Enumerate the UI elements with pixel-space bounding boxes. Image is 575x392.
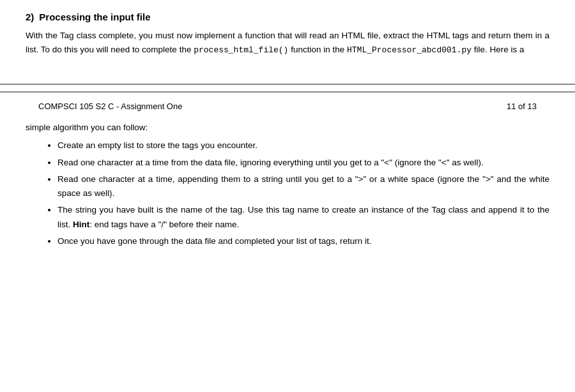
hint-label: Hint [73, 220, 89, 229]
page-bottom-section: simple algorithm you can follow: Create … [0, 117, 575, 257]
list-item-text-3: Read one character at a time, appending … [57, 174, 549, 198]
body-text-part3: file. Here is a [474, 45, 525, 54]
footer-area: COMPSCI 105 S2 C - Assignment One 11 of … [0, 93, 575, 117]
list-item-text-4-pre: The string you have built is the name of… [57, 205, 549, 229]
list-item: Once you have gone through the data file… [57, 234, 549, 248]
body-text-part2: function in the [291, 45, 344, 54]
code-function: process_html_file() [194, 45, 288, 55]
list-item-text-1: Create an empty list to store the tags y… [57, 140, 257, 150]
list-item: Read one character at a time, appending … [57, 172, 549, 201]
simple-algo-text: simple algorithm you can follow: [26, 123, 549, 132]
page-divider [0, 84, 575, 93]
list-item: The string you have built is the name of… [57, 203, 549, 232]
footer-page-number: 11 of 13 [507, 102, 537, 111]
list-item-text-2: Read one character at a time from the da… [57, 158, 484, 167]
body-text-paragraph: With the Tag class complete, you must no… [26, 29, 549, 57]
section-number: 2) [26, 11, 34, 22]
list-item-text-5: Once you have gone through the data file… [57, 236, 372, 246]
section-heading: 2) Processing the input file [26, 11, 549, 22]
page-top-section: 2) Processing the input file With the Ta… [0, 0, 575, 64]
footer-course-label: COMPSCI 105 S2 C - Assignment One [38, 102, 182, 111]
list-item: Read one character at a time from the da… [57, 156, 549, 170]
code-file: HTML_Processor_abcd001.py [347, 45, 471, 55]
bullet-list: Create an empty list to store the tags y… [57, 139, 549, 248]
list-item: Create an empty list to store the tags y… [57, 139, 549, 153]
section-title: Processing the input file [39, 11, 150, 22]
